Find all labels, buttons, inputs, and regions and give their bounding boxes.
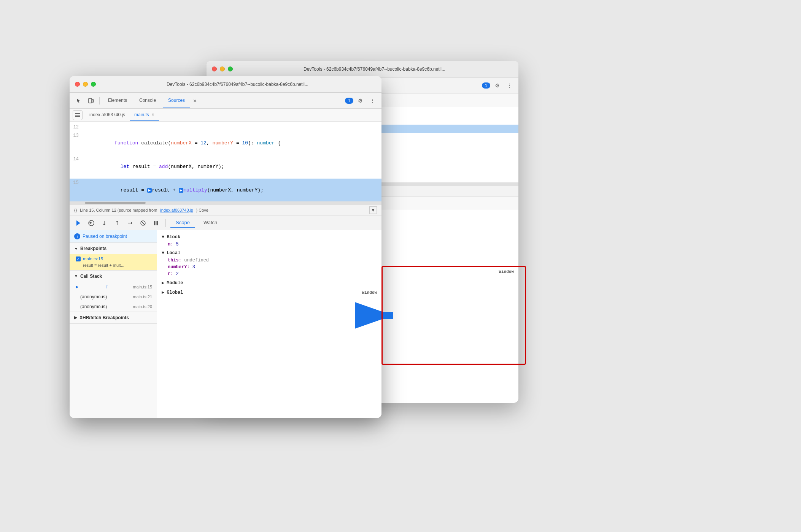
front-global-val: Window	[362, 290, 377, 295]
front-r-val: 2	[176, 271, 179, 277]
deactivate-btn[interactable]	[138, 218, 148, 228]
callstack-item-anon2[interactable]: (anonymous) main.ts:20	[70, 302, 157, 312]
front-status-text: Line 15, Column 12 (source mapped from	[80, 208, 157, 212]
front-numbery-key: numberY:	[168, 264, 190, 270]
svg-rect-4	[75, 116, 80, 117]
maximize-button-front[interactable]	[91, 82, 96, 87]
step-next-btn[interactable]	[125, 218, 135, 228]
back-chat-badge: 1	[482, 82, 490, 89]
front-line-13: 13 function calculate(numberX = 12, numb…	[70, 131, 381, 155]
info-icon: i	[74, 233, 80, 239]
step-up-btn[interactable]	[112, 218, 122, 228]
breakpoints-section: ▼ Breakpoints ✓ main.ts:15 result = resu…	[70, 243, 157, 271]
front-debugger-main: i Paused on breakpoint ▼ Breakpoints ✓ m…	[70, 230, 381, 418]
breakpoint-item: ✓ main.ts:15 result = result + mult...	[70, 254, 157, 270]
minimize-button-back[interactable]	[220, 66, 225, 71]
front-more-btn[interactable]: »	[192, 97, 198, 104]
screenshot-container: DevTools - 62c6b934c4b7f676049af4b7--buc…	[39, 38, 762, 494]
front-local-numbery: numberY: 3	[157, 264, 381, 271]
front-scope-global: ▶ Global Window	[157, 288, 381, 296]
front-tab-sources[interactable]: Sources	[163, 93, 190, 108]
front-watch-tab[interactable]: Watch	[198, 218, 222, 228]
front-scope-module-header[interactable]: ▶ Module	[157, 279, 381, 287]
front-tab-close[interactable]: ✕	[151, 112, 154, 117]
device-icon[interactable]	[86, 95, 96, 106]
arrow-indicator	[355, 300, 400, 332]
front-n-key: n:	[168, 242, 173, 247]
close-button-front[interactable]	[75, 82, 80, 87]
maximize-button-back[interactable]	[228, 66, 233, 71]
front-block-label: Block	[167, 234, 180, 240]
step-back-btn[interactable]	[86, 218, 96, 228]
debug-sep	[165, 219, 166, 227]
front-tab-elements[interactable]: Elements	[103, 93, 132, 108]
breakpoints-header[interactable]: ▼ Breakpoints	[70, 243, 157, 254]
callstack-label: Call Stack	[80, 274, 102, 279]
back-more-menu-icon[interactable]: ⋮	[504, 80, 515, 91]
front-chat-badge: 1	[345, 98, 353, 104]
front-settings-icon[interactable]: ⚙	[355, 95, 366, 106]
paused-text: Paused on breakpoint	[83, 234, 127, 239]
step-over-btn[interactable]	[99, 218, 109, 228]
bp-checkbox[interactable]: ✓	[76, 256, 81, 261]
close-button-back[interactable]	[212, 66, 217, 71]
bp-details: main.ts:15 result = result + mult...	[83, 256, 124, 269]
back-settings-icon[interactable]: ⚙	[492, 80, 502, 91]
breakpoints-label: Breakpoints	[80, 246, 106, 251]
front-scope-block-header[interactable]: ▼ Block	[157, 233, 381, 241]
front-window-title: DevTools - 62c6b934c4b7f676049af4b7--buc…	[99, 82, 376, 87]
play-btn[interactable]	[73, 218, 83, 228]
front-local-triangle: ▼	[162, 250, 164, 256]
front-code-area: 12 13 function calculate(numberX = 12, n…	[70, 122, 381, 201]
callstack-fn-anon2: (anonymous)	[80, 304, 107, 309]
front-n-val: 5	[176, 242, 179, 247]
svg-rect-9	[154, 221, 156, 225]
pause-btn[interactable]	[151, 218, 161, 228]
front-scope-local-header[interactable]: ▼ Local	[157, 249, 381, 257]
front-tab-console[interactable]: Console	[134, 93, 161, 108]
minimize-button-front[interactable]	[83, 82, 88, 87]
front-left-panel: i Paused on breakpoint ▼ Breakpoints ✓ m…	[70, 230, 157, 418]
front-local-label: Local	[167, 250, 180, 256]
front-status-bar: {} Line 15, Column 12 (source mapped fro…	[70, 204, 381, 216]
xhr-section: ▶ XHR/fetch Breakpoints	[70, 312, 157, 324]
front-file-tab-main[interactable]: main.ts ✕	[130, 109, 159, 121]
svg-rect-2	[75, 113, 80, 114]
pointer-icon[interactable]	[73, 95, 84, 106]
front-more-menu-icon[interactable]: ⋮	[367, 95, 378, 106]
front-status-link[interactable]: index.af063740.js	[160, 208, 193, 212]
front-file-tab-index[interactable]: index.af063740.js	[85, 109, 130, 121]
front-module-triangle: ▶	[162, 280, 164, 286]
front-local-r: r: 2	[157, 271, 381, 277]
front-block-triangle: ▼	[162, 234, 164, 240]
callstack-section: ▼ Call Stack f main.ts:15 (anonymous) ma…	[70, 271, 157, 312]
xhr-header[interactable]: ▶ XHR/fetch Breakpoints	[70, 312, 157, 323]
front-scope-global-header[interactable]: ▶ Global Window	[157, 288, 381, 296]
front-debugger-toolbar: Scope Watch	[70, 216, 381, 230]
front-file-tabs: index.af063740.js main.ts ✕	[70, 109, 381, 122]
front-module-label: Module	[167, 280, 183, 286]
callstack-header[interactable]: ▼ Call Stack	[70, 271, 157, 282]
svg-rect-0	[89, 98, 92, 103]
back-window-title: DevTools - 62c6b934c4b7f676049af4b7--buc…	[236, 66, 513, 72]
callstack-item-f[interactable]: f main.ts:15	[70, 282, 157, 292]
back-global-val: Window	[499, 269, 514, 274]
bp-code: result = result + mult...	[83, 262, 124, 269]
front-scope-tab[interactable]: Scope	[170, 218, 195, 228]
callstack-loc-anon2: main.ts:20	[133, 304, 152, 309]
front-local-this: this: undefined	[157, 257, 381, 264]
front-this-val: undefined	[184, 258, 209, 263]
front-scrollbar-thumb[interactable]	[85, 202, 146, 204]
front-block-n: n: 5	[157, 241, 381, 248]
front-titlebar: DevTools - 62c6b934c4b7f676049af4b7--buc…	[70, 76, 381, 93]
front-scope-module: ▶ Module	[157, 279, 381, 287]
svg-marker-5	[76, 220, 80, 226]
close-status-btn[interactable]: ▼	[369, 206, 377, 214]
front-scope-content: ▼ Block n: 5 ▼ Local	[157, 230, 381, 418]
front-main-tab-label: main.ts	[134, 112, 149, 117]
callstack-item-anon1[interactable]: (anonymous) main.ts:21	[70, 292, 157, 302]
front-scrollbar[interactable]	[70, 201, 381, 204]
sidebar-toggle-icon[interactable]	[73, 110, 83, 120]
front-global-header-inner: ▶ Global	[162, 290, 183, 295]
front-global-triangle: ▶	[162, 290, 164, 295]
